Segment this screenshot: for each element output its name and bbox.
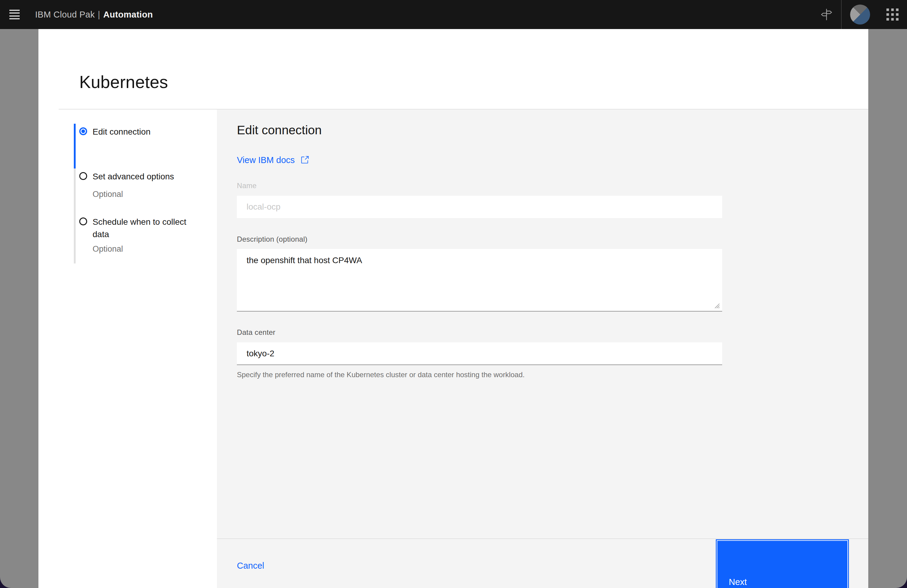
app-window: IBM Cloud Pak|Automation Ku [0, 0, 907, 588]
step-schedule-collect-data[interactable]: Schedule when to collect data Optional [74, 214, 217, 263]
cancel-button[interactable]: Cancel [237, 561, 264, 571]
page-title: Kubernetes [79, 72, 168, 91]
step-label: Schedule when to collect data [93, 216, 196, 240]
brand-product: Automation [103, 10, 153, 19]
data-center-field-group: Data center Specify the preferred name o… [237, 328, 722, 379]
header-divider [841, 0, 842, 29]
data-center-helper-text: Specify the preferred name of the Kubern… [237, 370, 722, 379]
kubernetes-tearsheet: Kubernetes Edit connection Set advanced … [38, 29, 868, 588]
launch-external-icon [300, 155, 309, 165]
hamburger-menu-icon [10, 10, 20, 19]
name-input[interactable] [237, 196, 722, 218]
step-edit-connection[interactable]: Edit connection [74, 124, 217, 168]
step-current-radio-icon [79, 127, 87, 135]
app-switcher-icon [886, 8, 899, 21]
step-label: Edit connection [93, 125, 151, 138]
step-label: Set advanced options [93, 170, 174, 183]
description-textarea[interactable]: the openshift that host CP4WA [237, 249, 722, 312]
modal-body: Edit connection Set advanced options Opt… [38, 109, 868, 588]
edit-connection-form: Edit connection View IBM docs Name Descr… [217, 109, 868, 588]
user-avatar[interactable] [850, 5, 870, 24]
modal-footer: Cancel Next [217, 538, 868, 588]
name-label: Name [237, 181, 722, 190]
description-field-group: Description (optional) the openshift tha… [237, 235, 722, 312]
header-actions [812, 0, 907, 29]
view-ibm-docs-label: View IBM docs [237, 155, 295, 165]
brand-separator: | [98, 10, 100, 19]
form-heading: Edit connection [237, 123, 868, 137]
name-field-group: Name [237, 181, 722, 218]
view-ibm-docs-link[interactable]: View IBM docs [237, 155, 309, 165]
step-incomplete-radio-icon [79, 218, 87, 225]
hamburger-menu-button[interactable] [0, 0, 29, 29]
data-center-label: Data center [237, 328, 722, 336]
app-switcher-button[interactable] [878, 0, 907, 29]
brand-prefix: IBM Cloud Pak [35, 10, 95, 19]
step-optional-tag: Optional [93, 189, 174, 199]
next-button[interactable]: Next [716, 539, 849, 588]
step-set-advanced-options[interactable]: Set advanced options Optional [74, 168, 217, 214]
wayfinding-button[interactable] [812, 0, 841, 29]
step-optional-tag: Optional [93, 244, 196, 254]
data-center-input[interactable] [237, 342, 722, 365]
progress-steps: Edit connection Set advanced options Opt… [38, 109, 217, 588]
signpost-icon [820, 8, 833, 21]
step-incomplete-radio-icon [79, 172, 87, 180]
global-header: IBM Cloud Pak|Automation [0, 0, 907, 29]
description-label: Description (optional) [237, 235, 722, 244]
header-brand: IBM Cloud Pak|Automation [35, 10, 153, 20]
